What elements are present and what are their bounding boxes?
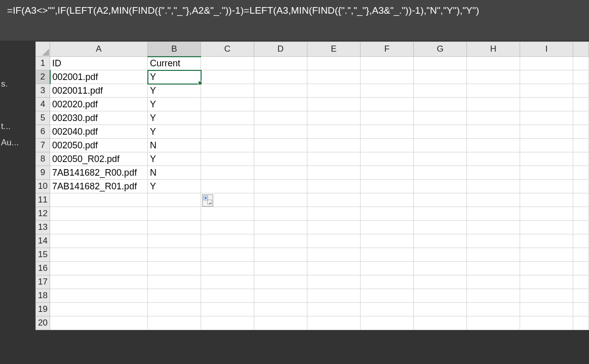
cell-H14[interactable] xyxy=(467,234,520,248)
cell-extra-5[interactable] xyxy=(573,111,589,125)
cell-B7[interactable]: N xyxy=(148,139,201,152)
column-header-G[interactable]: G xyxy=(414,42,467,57)
cell-B12[interactable] xyxy=(148,207,201,221)
cell-I13[interactable] xyxy=(520,221,573,234)
cell-F7[interactable] xyxy=(361,139,414,152)
cell-C19[interactable] xyxy=(201,303,254,316)
cell-F20[interactable] xyxy=(361,316,414,330)
cell-F8[interactable] xyxy=(361,152,414,166)
cell-F11[interactable] xyxy=(361,193,414,207)
cell-I11[interactable] xyxy=(520,193,573,207)
cell-B20[interactable] xyxy=(148,316,201,330)
cell-extra-17[interactable] xyxy=(573,275,589,289)
panel-item[interactable]: Au... xyxy=(0,135,35,151)
cell-C17[interactable] xyxy=(201,275,254,289)
cell-E8[interactable] xyxy=(307,152,361,166)
cell-F12[interactable] xyxy=(361,207,414,221)
cell-extra-15[interactable] xyxy=(573,248,589,262)
cell-I2[interactable] xyxy=(520,70,573,84)
row-header-2[interactable]: 2 xyxy=(36,70,50,84)
row-header-9[interactable]: 9 xyxy=(36,166,50,180)
cell-D17[interactable] xyxy=(254,275,307,289)
cell-C1[interactable] xyxy=(201,57,254,70)
cell-extra-18[interactable] xyxy=(573,289,589,303)
panel-item[interactable]: s. xyxy=(0,76,35,92)
cell-A1[interactable]: ID xyxy=(50,57,148,70)
panel-item[interactable]: t... xyxy=(0,118,35,135)
cell-B8[interactable]: Y xyxy=(148,152,201,166)
cell-I7[interactable] xyxy=(520,139,573,152)
cell-A12[interactable] xyxy=(50,207,148,221)
cell-F2[interactable] xyxy=(361,70,414,84)
column-header-B[interactable]: B xyxy=(148,42,201,57)
cell-D14[interactable] xyxy=(254,234,307,248)
cell-I19[interactable] xyxy=(520,303,573,316)
cell-G8[interactable] xyxy=(414,152,467,166)
cell-H13[interactable] xyxy=(467,221,520,234)
cell-E18[interactable] xyxy=(307,289,361,303)
cell-F15[interactable] xyxy=(361,248,414,262)
cell-B17[interactable] xyxy=(148,275,201,289)
cell-A19[interactable] xyxy=(50,303,148,316)
cell-A2[interactable]: 002001.pdf xyxy=(50,70,148,84)
cell-D2[interactable] xyxy=(254,70,307,84)
cell-A8[interactable]: 002050_R02.pdf xyxy=(50,152,148,166)
formula-bar[interactable]: =IF(A3<>"",IF(LEFT(A2,MIN(FIND({".","_"}… xyxy=(0,0,589,41)
cell-B16[interactable] xyxy=(148,262,201,275)
cell-extra-2[interactable] xyxy=(573,70,589,84)
cell-extra-20[interactable] xyxy=(573,316,589,330)
cell-C14[interactable] xyxy=(201,234,254,248)
select-all-corner[interactable] xyxy=(36,42,50,57)
row-header-8[interactable]: 8 xyxy=(36,152,50,166)
cell-E2[interactable] xyxy=(307,70,361,84)
paste-options-icon[interactable]: + xyxy=(202,194,213,207)
row-header-15[interactable]: 15 xyxy=(36,248,50,262)
cell-G13[interactable] xyxy=(414,221,467,234)
cell-B4[interactable]: Y xyxy=(148,98,201,111)
cell-extra-6[interactable] xyxy=(573,125,589,139)
cell-I17[interactable] xyxy=(520,275,573,289)
cell-B15[interactable] xyxy=(148,248,201,262)
cell-D16[interactable] xyxy=(254,262,307,275)
cell-F19[interactable] xyxy=(361,303,414,316)
column-header-H[interactable]: H xyxy=(467,42,520,57)
cell-B13[interactable] xyxy=(148,221,201,234)
cell-B11[interactable] xyxy=(148,193,201,207)
cell-A7[interactable]: 002050.pdf xyxy=(50,139,148,152)
cell-I9[interactable] xyxy=(520,166,573,180)
row-header-17[interactable]: 17 xyxy=(36,275,50,289)
cell-I4[interactable] xyxy=(520,98,573,111)
cell-D10[interactable] xyxy=(254,180,307,193)
cell-B5[interactable]: Y xyxy=(148,111,201,125)
cell-H9[interactable] xyxy=(467,166,520,180)
cell-G11[interactable] xyxy=(414,193,467,207)
column-header-I[interactable]: I xyxy=(520,42,573,57)
cell-G9[interactable] xyxy=(414,166,467,180)
cell-B19[interactable] xyxy=(148,303,201,316)
cell-E11[interactable] xyxy=(307,193,361,207)
cell-E7[interactable] xyxy=(307,139,361,152)
row-header-12[interactable]: 12 xyxy=(36,207,50,221)
cell-I15[interactable] xyxy=(520,248,573,262)
cell-extra-9[interactable] xyxy=(573,166,589,180)
cell-F6[interactable] xyxy=(361,125,414,139)
row-header-4[interactable]: 4 xyxy=(36,98,50,111)
cell-extra-12[interactable] xyxy=(573,207,589,221)
cell-H3[interactable] xyxy=(467,84,520,98)
cell-C9[interactable] xyxy=(201,166,254,180)
cell-F10[interactable] xyxy=(361,180,414,193)
cell-F17[interactable] xyxy=(361,275,414,289)
cell-C16[interactable] xyxy=(201,262,254,275)
cell-C12[interactable] xyxy=(201,207,254,221)
row-header-7[interactable]: 7 xyxy=(36,139,50,152)
cell-E10[interactable] xyxy=(307,180,361,193)
cell-A9[interactable]: 7AB141682_R00.pdf xyxy=(50,166,148,180)
cell-A13[interactable] xyxy=(50,221,148,234)
cell-D13[interactable] xyxy=(254,221,307,234)
cell-E1[interactable] xyxy=(307,57,361,70)
cell-extra-7[interactable] xyxy=(573,139,589,152)
cell-A5[interactable]: 002030.pdf xyxy=(50,111,148,125)
cell-extra-4[interactable] xyxy=(573,98,589,111)
column-header-F[interactable]: F xyxy=(361,42,414,57)
cell-D20[interactable] xyxy=(254,316,307,330)
